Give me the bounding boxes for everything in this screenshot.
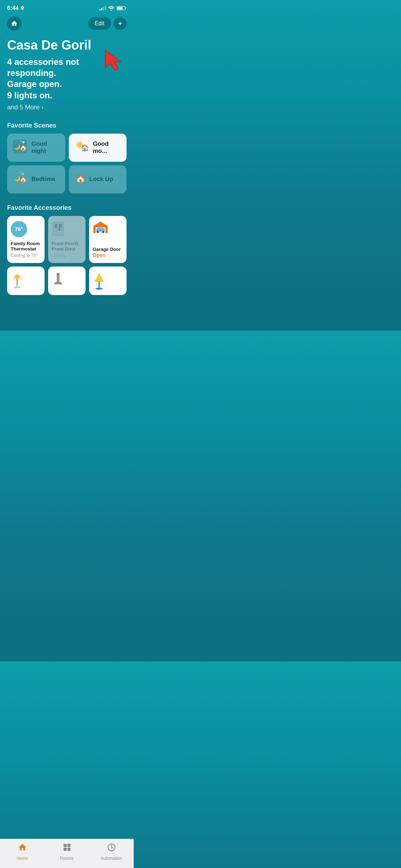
good-morning-icon: ☀️ 🏠 <box>74 139 89 156</box>
lock-up-icon: 🏠 <box>74 173 85 186</box>
accessory-lamp-1[interactable] <box>7 267 45 295</box>
thermostat-temp: 76° <box>11 221 27 237</box>
svg-point-21 <box>59 228 61 230</box>
thermostat-icon: 76° <box>11 221 41 237</box>
svg-point-0 <box>111 10 112 11</box>
svg-point-31 <box>103 231 104 233</box>
edit-button[interactable]: Edit <box>88 17 111 30</box>
scene-bedtime[interactable]: 🌙 🏠 Bedtime <box>7 165 65 193</box>
svg-rect-41 <box>98 281 100 288</box>
accessory-lamp-2[interactable] <box>48 267 86 295</box>
scene-lock-up[interactable]: 🏠 Lock Up <box>69 165 127 193</box>
scene-good-night[interactable]: 🌙 🏠 Good night <box>7 134 65 162</box>
svg-point-8 <box>22 141 25 143</box>
svg-text:🏠: 🏠 <box>81 144 89 152</box>
hero-section: Casa De Goril 4 accessories not respondi… <box>0 31 134 111</box>
house-icon <box>11 20 18 27</box>
time-display: 6:44 <box>7 5 19 11</box>
front-door-status: Locked <box>52 253 82 258</box>
scenes-grid: 🌙 🏠 Good night ☀️ 🏠 Good mo... <box>7 134 127 193</box>
accessory-front-door[interactable]: Front Porch Front Door Locked <box>48 216 86 263</box>
front-door-name: Front Porch Front Door <box>52 241 82 252</box>
accessories-grid: 76° Family Room Thermostat Cooling to 75… <box>7 216 127 295</box>
svg-rect-39 <box>57 274 59 275</box>
home-icon-button[interactable] <box>7 16 21 31</box>
status-line-2: Garage open. <box>7 79 62 89</box>
thermostat-status: Cooling to 75° <box>11 253 41 258</box>
bedtime-icon: 🌙 🏠 <box>13 171 27 188</box>
add-button[interactable]: + <box>114 17 127 30</box>
garage-door-name: Garage Door <box>93 247 123 252</box>
location-icon <box>20 6 25 11</box>
good-night-icon: 🌙 🏠 <box>13 139 27 156</box>
svg-rect-20 <box>59 224 62 228</box>
svg-point-30 <box>97 231 99 233</box>
scene-good-night-label: Good night <box>31 140 60 155</box>
favorite-accessories-section: Favorite Accessories 76° Family Room The… <box>0 197 134 299</box>
status-icons <box>99 6 127 11</box>
svg-point-35 <box>15 274 19 279</box>
favorite-scenes-section: Favorite Scenes 🌙 🏠 Good night ☀️ 🏠 <box>0 111 134 197</box>
svg-rect-2 <box>125 7 126 9</box>
app-header: Edit + <box>0 14 134 31</box>
home-title: Casa De Goril <box>7 38 127 53</box>
favorite-scenes-title: Favorite Scenes <box>7 122 127 129</box>
battery-icon <box>117 6 127 11</box>
accessory-lamp-3[interactable] <box>89 267 127 295</box>
svg-rect-19 <box>55 224 57 228</box>
status-line-3: 9 lights on. <box>7 91 52 100</box>
svg-point-42 <box>96 288 103 290</box>
svg-rect-38 <box>54 284 62 285</box>
signal-icon <box>99 6 106 10</box>
svg-text:🏠: 🏠 <box>19 144 27 152</box>
status-time: 6:44 <box>7 5 25 11</box>
scene-lock-up-label: Lock Up <box>89 176 113 183</box>
wifi-icon <box>108 6 114 11</box>
svg-rect-33 <box>16 278 18 286</box>
thermostat-name: Family Room Thermostat <box>11 241 41 252</box>
accessory-garage-door[interactable]: Garage Door Open <box>89 216 127 263</box>
lamp-1-icon <box>11 272 24 290</box>
accessory-thermostat[interactable]: 76° Family Room Thermostat Cooling to 75… <box>7 216 45 263</box>
svg-point-34 <box>14 286 21 288</box>
garage-door-status: Open <box>93 252 123 258</box>
lamp-2-icon <box>52 272 65 290</box>
door-icon <box>52 221 82 238</box>
garage-door-icon <box>93 221 123 235</box>
svg-text:🏠: 🏠 <box>19 176 27 184</box>
svg-rect-3 <box>117 7 122 10</box>
svg-point-14 <box>22 173 24 175</box>
svg-rect-29 <box>98 228 103 229</box>
hero-status: 4 accessories not responding. Garage ope… <box>7 56 127 101</box>
scene-good-morning[interactable]: ☀️ 🏠 Good mo... <box>69 134 127 162</box>
scene-bedtime-label: Bedtime <box>31 176 55 183</box>
status-bar: 6:44 <box>0 0 134 14</box>
svg-marker-40 <box>95 274 103 281</box>
svg-point-15 <box>20 172 21 173</box>
lamp-3-icon <box>93 272 106 290</box>
svg-point-9 <box>21 141 22 142</box>
status-line-1: 4 accessories not responding. <box>7 57 79 78</box>
more-link[interactable]: and 5 More › <box>7 104 127 111</box>
scene-good-morning-label: Good mo... <box>93 140 121 155</box>
favorite-accessories-title: Favorite Accessories <box>7 204 127 212</box>
svg-rect-37 <box>55 282 62 284</box>
svg-text:🏠: 🏠 <box>75 174 85 184</box>
header-actions: Edit + <box>88 17 127 30</box>
